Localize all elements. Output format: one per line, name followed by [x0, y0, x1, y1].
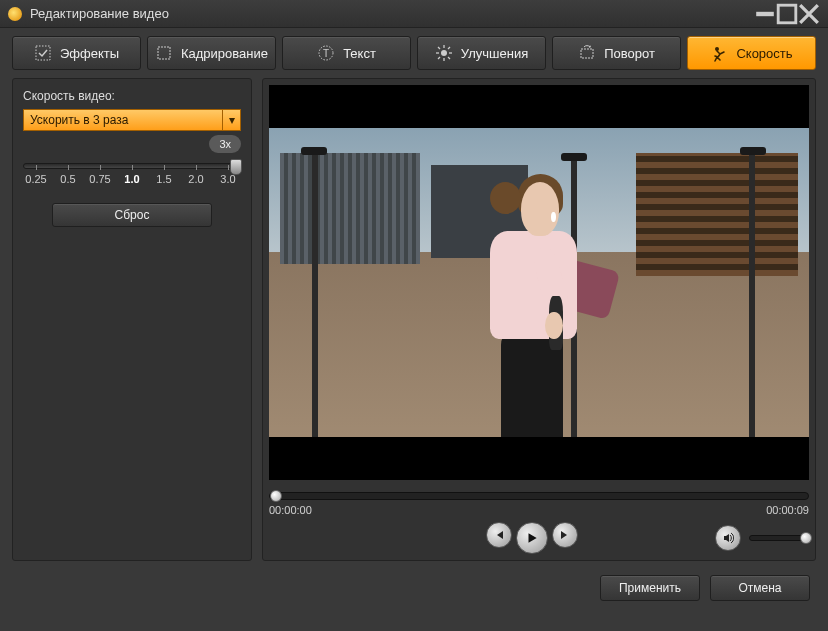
tab-label: Поворот: [604, 46, 655, 61]
svg-rect-0: [756, 11, 774, 15]
volume-knob[interactable]: [800, 532, 812, 544]
video-viewport: [269, 85, 809, 480]
seek-bar[interactable]: [269, 492, 809, 500]
effects-icon: [34, 44, 52, 62]
svg-point-6: [441, 50, 447, 56]
play-button[interactable]: [516, 522, 548, 554]
svg-rect-2: [36, 46, 50, 60]
apply-label: Применить: [619, 581, 681, 595]
volume-slider[interactable]: [749, 535, 809, 541]
reset-button[interactable]: Сброс: [52, 203, 212, 227]
chevron-down-icon: ▾: [222, 110, 240, 130]
seek-knob[interactable]: [270, 490, 282, 502]
next-button[interactable]: [552, 522, 578, 548]
slider-tooltip: 3x: [209, 135, 241, 153]
tab-effects[interactable]: Эффекты: [12, 36, 141, 70]
tab-text[interactable]: T Текст: [282, 36, 411, 70]
tab-rotate[interactable]: Поворот: [552, 36, 681, 70]
tab-crop[interactable]: Кадрирование: [147, 36, 276, 70]
speed-panel: Скорость видео: Ускорить в 3 раза ▾ 3x 0…: [12, 78, 252, 561]
slider-ticks: 0.25 0.5 0.75 1.0 1.5 2.0 3.0: [23, 173, 241, 185]
titlebar: Редактирование видео: [0, 0, 828, 28]
window-title: Редактирование видео: [30, 6, 754, 21]
cancel-label: Отмена: [738, 581, 781, 595]
svg-text:T: T: [323, 48, 329, 59]
time-current: 00:00:00: [269, 504, 312, 516]
tab-label: Улучшения: [461, 46, 528, 61]
svg-line-14: [448, 47, 450, 49]
reset-label: Сброс: [115, 208, 150, 222]
app-icon: [8, 7, 22, 21]
maximize-button[interactable]: [776, 6, 798, 22]
footer: Применить Отмена: [0, 561, 828, 615]
svg-rect-3: [158, 47, 170, 59]
tab-bar: Эффекты Кадрирование T Текст Улучшения П…: [0, 28, 828, 78]
tab-label: Текст: [343, 46, 376, 61]
speed-label: Скорость видео:: [23, 89, 241, 103]
apply-button[interactable]: Применить: [600, 575, 700, 601]
tick: 1.0: [119, 173, 145, 185]
volume-button[interactable]: [715, 525, 741, 551]
preview-panel: 00:00:00 00:00:09: [262, 78, 816, 561]
tab-label: Кадрирование: [181, 46, 268, 61]
tick: 2.0: [183, 173, 209, 185]
tab-speed[interactable]: Скорость: [687, 36, 816, 70]
tab-enhance[interactable]: Улучшения: [417, 36, 546, 70]
tick: 3.0: [215, 173, 241, 185]
cancel-button[interactable]: Отмена: [710, 575, 810, 601]
video-frame: [269, 128, 809, 436]
rotate-icon: [578, 44, 596, 62]
minimize-button[interactable]: [754, 6, 776, 22]
combo-text: Ускорить в 3 раза: [24, 110, 222, 130]
tick: 0.25: [23, 173, 49, 185]
prev-button[interactable]: [486, 522, 512, 548]
crop-icon: [155, 44, 173, 62]
tick: 0.5: [55, 173, 81, 185]
text-icon: T: [317, 44, 335, 62]
tick: 1.5: [151, 173, 177, 185]
player-controls: [269, 522, 809, 554]
svg-line-12: [448, 57, 450, 59]
time-display: 00:00:00 00:00:09: [269, 504, 809, 516]
speed-icon: [710, 44, 728, 62]
svg-line-11: [438, 47, 440, 49]
svg-line-13: [438, 57, 440, 59]
close-button[interactable]: [798, 6, 820, 22]
tab-label: Эффекты: [60, 46, 119, 61]
enhance-icon: [435, 44, 453, 62]
tick: 0.75: [87, 173, 113, 185]
speed-preset-combo[interactable]: Ускорить в 3 раза ▾: [23, 109, 241, 131]
svg-rect-1: [778, 5, 796, 23]
svg-rect-15: [581, 49, 593, 58]
tab-label: Скорость: [736, 46, 792, 61]
time-total: 00:00:09: [766, 504, 809, 516]
